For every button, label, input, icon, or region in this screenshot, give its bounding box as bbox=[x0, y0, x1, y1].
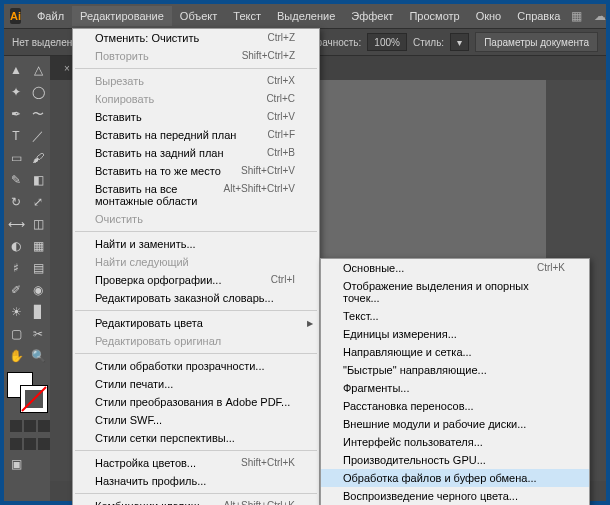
edit-menu-item-20[interactable]: Стили обработки прозрачности... bbox=[73, 357, 319, 375]
prefs-menu-item-12[interactable]: Воспроизведение черного цвета... bbox=[321, 487, 589, 505]
draw-normal-icon[interactable] bbox=[10, 438, 22, 450]
edit-menu-item-21[interactable]: Стили печати... bbox=[73, 375, 319, 393]
blend-tool[interactable]: ◉ bbox=[28, 280, 48, 300]
brush-tool[interactable]: 🖌 bbox=[28, 148, 48, 168]
gradient-tool[interactable]: ▤ bbox=[28, 258, 48, 278]
opacity-field[interactable]: 100% bbox=[367, 33, 407, 51]
prefs-menu-item-2[interactable]: Текст... bbox=[321, 307, 589, 325]
graph-tool[interactable]: ▊ bbox=[28, 302, 48, 322]
menu-view[interactable]: Просмотр bbox=[401, 6, 467, 26]
edit-menu-item-6[interactable]: Вставить на передний планCtrl+F bbox=[73, 126, 319, 144]
document-settings-button[interactable]: Параметры документа bbox=[475, 32, 598, 52]
prefs-menu-item-0[interactable]: Основные...Ctrl+K bbox=[321, 259, 589, 277]
menu-help[interactable]: Справка bbox=[509, 6, 568, 26]
eyedropper-tool[interactable]: ✐ bbox=[6, 280, 26, 300]
edit-menu-item-1: ПовторитьShift+Ctrl+Z bbox=[73, 47, 319, 65]
edit-menu-item-9[interactable]: Вставить на все монтажные областиAlt+Shi… bbox=[73, 180, 319, 210]
none-mode-icon[interactable] bbox=[38, 420, 50, 432]
prefs-menu-item-1[interactable]: Отображение выделения и опорных точек... bbox=[321, 277, 589, 307]
menu-select[interactable]: Выделение bbox=[269, 6, 343, 26]
edit-menu-item-10: Очистить bbox=[73, 210, 319, 228]
menu-window[interactable]: Окно bbox=[468, 6, 510, 26]
width-tool[interactable]: ⟷ bbox=[6, 214, 26, 234]
eraser-tool[interactable]: ◧ bbox=[28, 170, 48, 190]
line-tool[interactable]: ／ bbox=[28, 126, 48, 146]
symbol-tool[interactable]: ☀ bbox=[6, 302, 26, 322]
edit-menu-item-12[interactable]: Найти и заменить... bbox=[73, 235, 319, 253]
bridge-icon[interactable]: ▦ bbox=[568, 8, 584, 24]
edit-menu-item-17[interactable]: Редактировать цвета bbox=[73, 314, 319, 332]
prefs-menu-item-7[interactable]: Расстановка переносов... bbox=[321, 397, 589, 415]
artboard-tool[interactable]: ▢ bbox=[6, 324, 26, 344]
edit-menu-item-15[interactable]: Редактировать заказной словарь... bbox=[73, 289, 319, 307]
edit-menu-item-23[interactable]: Стили SWF... bbox=[73, 411, 319, 429]
edit-menu-item-29[interactable]: Комбинации клавиш...Alt+Shift+Ctrl+K bbox=[73, 497, 319, 505]
prefs-menu-item-5[interactable]: "Быстрые" направляющие... bbox=[321, 361, 589, 379]
menu-object[interactable]: Объект bbox=[172, 6, 225, 26]
edit-menu-item-7[interactable]: Вставить на задний планCtrl+B bbox=[73, 144, 319, 162]
menu-edit[interactable]: Редактирование bbox=[72, 6, 172, 26]
edit-menu-item-14[interactable]: Проверка орфографии...Ctrl+I bbox=[73, 271, 319, 289]
shape-builder-tool[interactable]: ◐ bbox=[6, 236, 26, 256]
edit-menu-dropdown: Отменить: ОчиститьCtrl+ZПовторитьShift+C… bbox=[72, 28, 320, 505]
magic-wand-tool[interactable]: ✦ bbox=[6, 82, 26, 102]
rotate-tool[interactable]: ↻ bbox=[6, 192, 26, 212]
menubar: Ai Файл Редактирование Объект Текст Выде… bbox=[4, 4, 606, 28]
edit-menu-item-26[interactable]: Настройка цветов...Shift+Ctrl+K bbox=[73, 454, 319, 472]
edit-menu-item-27[interactable]: Назначить профиль... bbox=[73, 472, 319, 490]
draw-inside-icon[interactable] bbox=[38, 438, 50, 450]
prefs-menu-item-10[interactable]: Производительность GPU... bbox=[321, 451, 589, 469]
close-tab-icon[interactable]: × bbox=[64, 63, 70, 74]
pen-tool[interactable]: ✒ bbox=[6, 104, 26, 124]
prefs-menu-item-9[interactable]: Интерфейс пользователя... bbox=[321, 433, 589, 451]
rectangle-tool[interactable]: ▭ bbox=[6, 148, 26, 168]
type-tool[interactable]: T bbox=[6, 126, 26, 146]
edit-menu-item-8[interactable]: Вставить на то же местоShift+Ctrl+V bbox=[73, 162, 319, 180]
stock-icon[interactable]: ☁ bbox=[592, 8, 608, 24]
edit-menu-item-5[interactable]: ВставитьCtrl+V bbox=[73, 108, 319, 126]
color-mode-icon[interactable] bbox=[10, 420, 22, 432]
style-label: Стиль: bbox=[413, 37, 444, 48]
free-transform-tool[interactable]: ◫ bbox=[28, 214, 48, 234]
draw-behind-icon[interactable] bbox=[24, 438, 36, 450]
menu-text[interactable]: Текст bbox=[225, 6, 269, 26]
curvature-tool[interactable]: 〜 bbox=[28, 104, 48, 124]
shaper-tool[interactable]: ✎ bbox=[6, 170, 26, 190]
mesh-tool[interactable]: ♯ bbox=[6, 258, 26, 278]
prefs-menu-item-3[interactable]: Единицы измерения... bbox=[321, 325, 589, 343]
slice-tool[interactable]: ✂ bbox=[28, 324, 48, 344]
prefs-menu-item-6[interactable]: Фрагменты... bbox=[321, 379, 589, 397]
zoom-tool[interactable]: 🔍 bbox=[28, 346, 48, 366]
scale-tool[interactable]: ⤢ bbox=[28, 192, 48, 212]
menu-file[interactable]: Файл bbox=[29, 6, 72, 26]
edit-menu-item-4: КопироватьCtrl+C bbox=[73, 90, 319, 108]
prefs-menu-item-4[interactable]: Направляющие и сетка... bbox=[321, 343, 589, 361]
app-logo: Ai bbox=[10, 8, 21, 24]
direct-selection-tool[interactable]: △ bbox=[28, 60, 48, 80]
edit-menu-item-18: Редактировать оригинал bbox=[73, 332, 319, 350]
edit-menu-item-22[interactable]: Стили преобразования в Adobe PDF... bbox=[73, 393, 319, 411]
hand-tool[interactable]: ✋ bbox=[6, 346, 26, 366]
fill-stroke-swatch[interactable] bbox=[7, 372, 47, 412]
selection-tool[interactable]: ▲ bbox=[6, 60, 26, 80]
prefs-menu-item-11[interactable]: Обработка файлов и буфер обмена... bbox=[321, 469, 589, 487]
gradient-mode-icon[interactable] bbox=[24, 420, 36, 432]
style-field[interactable]: ▾ bbox=[450, 33, 469, 51]
edit-menu-item-24[interactable]: Стили сетки перспективы... bbox=[73, 429, 319, 447]
tools-panel: ▲ △ ✦ ◯ ✒ 〜 T ／ ▭ 🖌 ✎ ◧ ↻ ⤢ ⟷ ◫ ◐ ▦ ♯ ▤ … bbox=[4, 56, 50, 501]
preferences-submenu: Основные...Ctrl+KОтображение выделения и… bbox=[320, 258, 590, 505]
screen-mode-tool[interactable]: ▣ bbox=[6, 454, 26, 474]
lasso-tool[interactable]: ◯ bbox=[28, 82, 48, 102]
edit-menu-item-3: ВырезатьCtrl+X bbox=[73, 72, 319, 90]
menu-effect[interactable]: Эффект bbox=[343, 6, 401, 26]
edit-menu-item-13: Найти следующий bbox=[73, 253, 319, 271]
perspective-tool[interactable]: ▦ bbox=[28, 236, 48, 256]
stroke-swatch[interactable] bbox=[21, 386, 47, 412]
prefs-menu-item-8[interactable]: Внешние модули и рабочие диски... bbox=[321, 415, 589, 433]
edit-menu-item-0[interactable]: Отменить: ОчиститьCtrl+Z bbox=[73, 29, 319, 47]
